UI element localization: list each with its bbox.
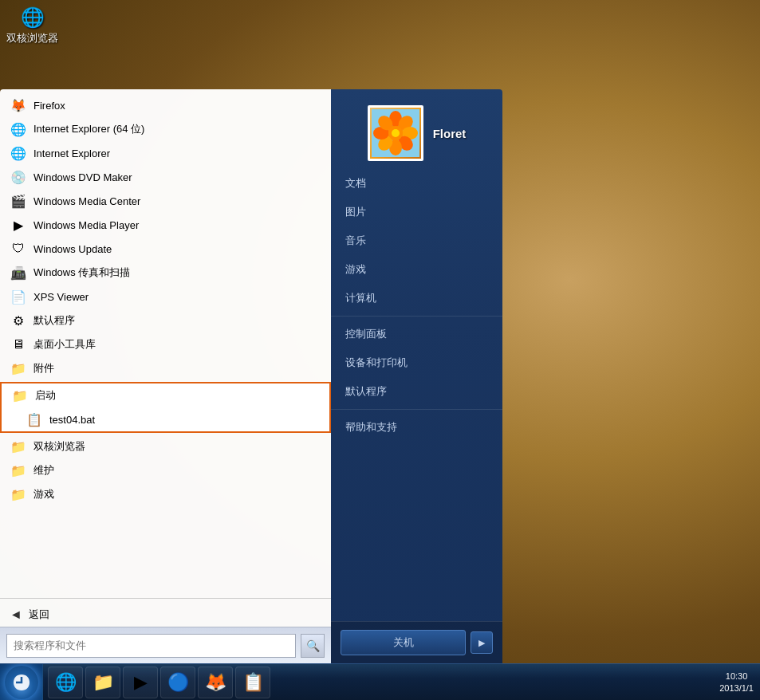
dvd-icon: 💿	[10, 168, 27, 186]
user-avatar[interactable]	[368, 105, 423, 161]
default-icon: ⚙	[10, 312, 27, 329]
bat-icon: 📋	[26, 411, 43, 428]
right-item-control-panel[interactable]: 控制面板	[331, 320, 502, 348]
app-item-default[interactable]: ⚙ 默认程序	[0, 309, 331, 332]
right-separator-2	[331, 409, 502, 410]
clock-date: 2013/1/1	[719, 682, 754, 694]
fax-icon: 📠	[10, 264, 27, 281]
right-item-pictures[interactable]: 图片	[331, 198, 502, 226]
menu-separator	[0, 598, 331, 599]
ie64-icon: 🌐	[10, 120, 27, 138]
app-item-ie[interactable]: 🌐 Internet Explorer	[0, 141, 331, 165]
clock: 10:30 2013/1/1	[719, 671, 754, 694]
right-item-help[interactable]: 帮助和支持	[331, 413, 502, 442]
right-item-games[interactable]: 游戏	[331, 255, 502, 284]
system-tray: 10:30 2013/1/1	[713, 671, 760, 694]
app-item-firefox[interactable]: 🦊 Firefox	[0, 93, 331, 117]
update-icon: 🛡	[10, 240, 27, 258]
taskbar-pin-folder[interactable]: 📁	[85, 667, 120, 698]
firefox-taskbar-icon: 🦊	[205, 672, 226, 693]
taskbar-pin-chrome[interactable]: 🔵	[160, 667, 195, 698]
right-separator-1	[331, 316, 502, 317]
highlighted-folder-group: 📁 启动 📋 test04.bat	[0, 382, 331, 433]
user-section: Floret	[331, 89, 502, 169]
right-item-computer[interactable]: 计算机	[331, 284, 502, 313]
app-item-media-player[interactable]: ▶ Windows Media Player	[0, 213, 331, 237]
media-center-icon: 🎬	[10, 192, 27, 210]
start-button[interactable]	[0, 664, 43, 701]
back-button[interactable]: ◄ 返回	[0, 603, 331, 627]
start-menu-left: 🦊 Firefox 🌐 Internet Explorer (64 位) 🌐 I…	[0, 89, 331, 663]
start-menu: 🦊 Firefox 🌐 Internet Explorer (64 位) 🌐 I…	[0, 89, 502, 663]
app-item-media-center[interactable]: 🎬 Windows Media Center	[0, 189, 331, 213]
media-player-icon: ▶	[10, 216, 27, 234]
gadgets-icon: 🖥	[10, 336, 27, 353]
shutdown-area: 关机 ▶	[331, 621, 502, 663]
user-name: Floret	[433, 127, 467, 140]
start-orb	[5, 666, 38, 699]
clock-time: 10:30	[719, 671, 754, 682]
taskbar-pin-notepad[interactable]: 📋	[235, 667, 270, 698]
right-item-music[interactable]: 音乐	[331, 226, 502, 255]
app-item-maintenance[interactable]: 📁 维护	[0, 458, 331, 482]
taskbar-pinned-items: 🌐 📁 ▶ 🔵 🦊 📋	[43, 667, 275, 698]
search-icon: 🔍	[306, 639, 320, 652]
taskbar-pin-firefox[interactable]: 🦊	[198, 667, 233, 698]
right-item-defaults[interactable]: 默认程序	[331, 377, 502, 406]
startup-folder-icon: 📁	[11, 387, 29, 404]
search-bar: 🔍	[0, 627, 331, 663]
app-item-xps[interactable]: 📄 XPS Viewer	[0, 285, 331, 309]
app-item-startup[interactable]: 📁 启动	[2, 383, 329, 407]
player-taskbar-icon: ▶	[134, 672, 148, 693]
svg-point-11	[392, 129, 400, 137]
right-item-devices[interactable]: 设备和打印机	[331, 348, 502, 377]
firefox-icon: 🦊	[10, 96, 27, 114]
apps-list: 🦊 Firefox 🌐 Internet Explorer (64 位) 🌐 I…	[0, 89, 331, 594]
app-item-games[interactable]: 📁 游戏	[0, 482, 331, 506]
app-item-fax[interactable]: 📠 Windows 传真和扫描	[0, 261, 331, 285]
maintenance-icon: 📁	[10, 462, 27, 479]
taskbar-pin-ie[interactable]: 🌐	[48, 667, 83, 698]
shutdown-button[interactable]: 关机	[341, 630, 466, 655]
app-item-test04[interactable]: 📋 test04.bat	[2, 407, 329, 431]
chrome-taskbar-icon: 🔵	[167, 672, 189, 693]
start-menu-right: Floret 文档 图片 音乐 游戏 计算机 控制面板	[331, 89, 502, 663]
app-item-ie64[interactable]: 🌐 Internet Explorer (64 位)	[0, 117, 331, 141]
right-item-documents[interactable]: 文档	[331, 169, 502, 198]
ie-icon: 🌐	[10, 144, 27, 162]
back-arrow-icon: ◄	[10, 608, 22, 622]
accessories-icon: 📁	[10, 360, 27, 377]
app-item-dual-browser[interactable]: 📁 双核浏览器	[0, 435, 331, 458]
app-item-update[interactable]: 🛡 Windows Update	[0, 237, 331, 261]
app-item-accessories[interactable]: 📁 附件	[0, 356, 331, 380]
search-button[interactable]: 🔍	[301, 634, 325, 658]
search-input[interactable]	[6, 634, 296, 658]
dual-browser-icon: 📁	[10, 438, 27, 455]
app-item-gadgets[interactable]: 🖥 桌面小工具库	[0, 332, 331, 356]
xps-icon: 📄	[10, 288, 27, 305]
taskbar: 🌐 📁 ▶ 🔵 🦊 📋 10:30 2013/1/1	[0, 663, 760, 700]
taskbar-pin-player[interactable]: ▶	[123, 667, 158, 698]
app-item-dvd-maker[interactable]: 💿 Windows DVD Maker	[0, 165, 331, 189]
desktop: 🌐 双核浏览器 🦊 Firefox 🌐 Internet Explorer (6…	[0, 0, 760, 700]
games-icon: 📁	[10, 486, 27, 503]
ie-taskbar-icon: 🌐	[55, 672, 77, 693]
shutdown-arrow-button[interactable]: ▶	[471, 631, 493, 654]
notepad-taskbar-icon: 📋	[242, 672, 264, 693]
folder-taskbar-icon: 📁	[93, 672, 114, 693]
desktop-icon-dual-browser[interactable]: 🌐 双核浏览器	[6, 6, 58, 45]
